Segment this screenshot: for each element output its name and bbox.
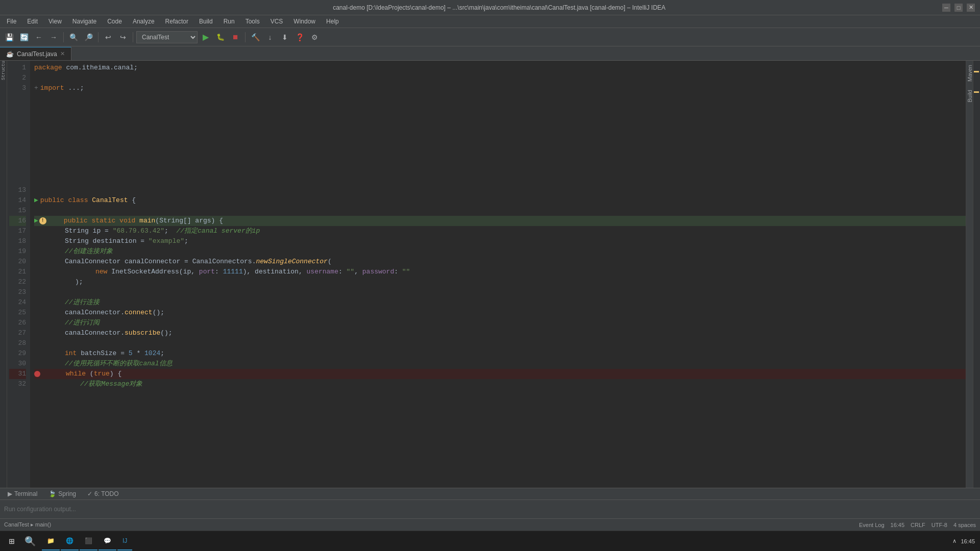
chat-icon: 💬 xyxy=(104,537,111,544)
breadcrumb: CanalTest ▸ main() xyxy=(4,521,51,528)
menu-view[interactable]: View xyxy=(44,17,66,26)
start-button[interactable]: ⊞ xyxy=(3,532,21,550)
build-button[interactable]: 🔨 xyxy=(249,31,262,44)
save-all-button[interactable]: 💾 xyxy=(3,31,16,44)
structure-icon[interactable]: Structure xyxy=(1,63,6,73)
warning-marker-1 xyxy=(974,91,979,93)
menu-refactor[interactable]: Refactor xyxy=(161,17,192,26)
tab-canaltest[interactable]: ☕ CanalTest.java ✕ xyxy=(0,47,71,60)
back-button[interactable]: ← xyxy=(32,31,45,44)
line-ending[interactable]: CRLF xyxy=(911,522,925,528)
search-button[interactable]: 🔍 xyxy=(67,31,80,44)
code-line-13 xyxy=(34,185,966,195)
code-line-18: String destination = "example"; xyxy=(34,236,966,246)
code-line-29: int batchSize = 5 * 1024; xyxy=(34,348,966,359)
menu-window[interactable]: Window xyxy=(289,17,320,26)
code-line-17: String ip = "68.79.63.42"; //指定canal ser… xyxy=(34,226,966,236)
main-area: Structure 1 2 3 4 5 6 7 8 9 10 11 12 13 … xyxy=(0,61,980,488)
encoding[interactable]: UTF-8 xyxy=(932,522,947,528)
close-button[interactable]: ✕ xyxy=(967,4,975,12)
terminal-tab[interactable]: ▶ Terminal xyxy=(3,489,42,498)
taskbar-terminal[interactable]: ⬛ xyxy=(80,532,97,550)
terminal-icon: ▶ xyxy=(8,490,12,497)
menu-file[interactable]: File xyxy=(3,17,20,26)
code-line-19: //创建连接对象 xyxy=(34,246,966,257)
left-gutter: Structure xyxy=(0,61,7,488)
code-line-15 xyxy=(34,206,966,216)
code-line-26: //进行订阅 xyxy=(34,318,966,328)
settings-button[interactable]: ⚙ xyxy=(308,31,321,44)
bottom-content: Run configuration output... xyxy=(0,500,980,518)
status-left: CanalTest ▸ main() xyxy=(4,521,51,528)
menu-tools[interactable]: Tools xyxy=(241,17,264,26)
taskbar-time: 16:45 xyxy=(961,538,975,544)
status-right: Event Log 16:45 CRLF UTF-8 4 spaces xyxy=(859,522,976,528)
find-in-path-button[interactable]: 🔎 xyxy=(82,31,95,44)
search-taskbar-button[interactable]: 🔍 xyxy=(21,532,39,550)
step-into-button[interactable]: ⬇ xyxy=(278,31,291,44)
code-line-empty-g xyxy=(34,155,966,165)
terminal-label: Terminal xyxy=(14,490,37,497)
debug-button[interactable]: 🐛 xyxy=(214,31,227,44)
bottom-tabs: ▶ Terminal 🍃 Spring ✓ 6: TODO xyxy=(0,488,980,500)
terminal-taskbar-icon: ⬛ xyxy=(85,537,92,544)
menu-bar: File Edit View Navigate Code Analyze Ref… xyxy=(0,15,980,28)
code-line-20: CanalConnector canalConnector = CanalCon… xyxy=(34,257,966,267)
cursor-position: 16:45 xyxy=(891,522,905,528)
code-line-empty-h xyxy=(34,165,966,175)
stop-button[interactable]: ⏹ xyxy=(229,31,242,44)
event-log-button[interactable]: Event Log xyxy=(859,522,885,528)
tab-bar: ☕ CanalTest.java ✕ xyxy=(0,46,980,61)
code-line-empty-b xyxy=(34,104,966,114)
run-button[interactable]: ▶ xyxy=(199,31,212,44)
taskbar-right: ∧ 16:45 xyxy=(952,538,977,544)
toolbar: 💾 🔄 ← → 🔍 🔎 ↩ ↪ CanalTest ▶ 🐛 ⏹ 🔨 ↓ ⬇ ❓ … xyxy=(0,28,980,46)
line-numbers: 1 2 3 4 5 6 7 8 9 10 11 12 13 14 15 16 1… xyxy=(7,61,30,488)
todo-tab[interactable]: ✓ 6: TODO xyxy=(82,489,124,498)
code-line-1: package com.itheima.canal; xyxy=(34,63,966,73)
window-title: canal-demo [D:\IdeaProjects\canal-demo] … xyxy=(56,4,942,11)
browser-icon: 🌐 xyxy=(66,537,74,544)
todo-label: 6: TODO xyxy=(94,490,119,497)
tab-label: CanalTest.java xyxy=(17,51,57,58)
code-line-32: //获取Message对象 xyxy=(34,379,966,389)
code-line-24: //进行连接 xyxy=(34,297,966,308)
intellij-icon: IJ xyxy=(122,537,127,544)
error-marker-1 xyxy=(974,71,979,72)
code-line-empty-a xyxy=(34,93,966,104)
taskbar-intellij[interactable]: IJ xyxy=(117,532,132,550)
code-line-16: ▶ ! public static void main(String[] arg… xyxy=(34,216,966,226)
taskbar-browser[interactable]: 🌐 xyxy=(61,532,79,550)
menu-build[interactable]: Build xyxy=(195,17,217,26)
menu-code[interactable]: Code xyxy=(103,17,126,26)
code-line-25: canalConnector.connect(); xyxy=(34,308,966,318)
code-line-empty-d xyxy=(34,124,966,134)
spring-tab[interactable]: 🍃 Spring xyxy=(43,489,81,498)
menu-edit[interactable]: Edit xyxy=(23,17,42,26)
help-button[interactable]: ❓ xyxy=(293,31,306,44)
code-line-27: canalConnector.subscribe(); xyxy=(34,328,966,338)
synchronize-button[interactable]: 🔄 xyxy=(17,31,31,44)
menu-run[interactable]: Run xyxy=(219,17,239,26)
taskbar-apps: 📁 🌐 ⬛ 💬 IJ xyxy=(39,532,952,550)
code-line-22: ); xyxy=(34,277,966,287)
taskbar-explorer[interactable]: 📁 xyxy=(42,532,60,550)
tab-close-icon[interactable]: ✕ xyxy=(60,51,65,57)
menu-vcs[interactable]: VCS xyxy=(266,17,287,26)
code-area[interactable]: package com.itheima.canal; +import ...; xyxy=(30,61,966,488)
step-over-button[interactable]: ↓ xyxy=(263,31,277,44)
menu-analyze[interactable]: Analyze xyxy=(129,17,159,26)
maximize-button[interactable]: □ xyxy=(954,4,963,12)
system-tray: ∧ xyxy=(952,538,957,544)
run-config-select[interactable]: CanalTest xyxy=(136,31,198,43)
undo-button[interactable]: ↩ xyxy=(102,31,115,44)
redo-button[interactable]: ↪ xyxy=(116,31,130,44)
title-bar: canal-demo [D:\IdeaProjects\canal-demo] … xyxy=(0,0,980,15)
code-line-31: while (true) { xyxy=(34,369,966,379)
taskbar-chat[interactable]: 💬 xyxy=(99,532,116,550)
menu-navigate[interactable]: Navigate xyxy=(68,17,101,26)
forward-button[interactable]: → xyxy=(47,31,60,44)
minimize-button[interactable]: ─ xyxy=(942,4,950,12)
menu-help[interactable]: Help xyxy=(322,17,343,26)
editor[interactable]: 1 2 3 4 5 6 7 8 9 10 11 12 13 14 15 16 1… xyxy=(7,61,966,488)
